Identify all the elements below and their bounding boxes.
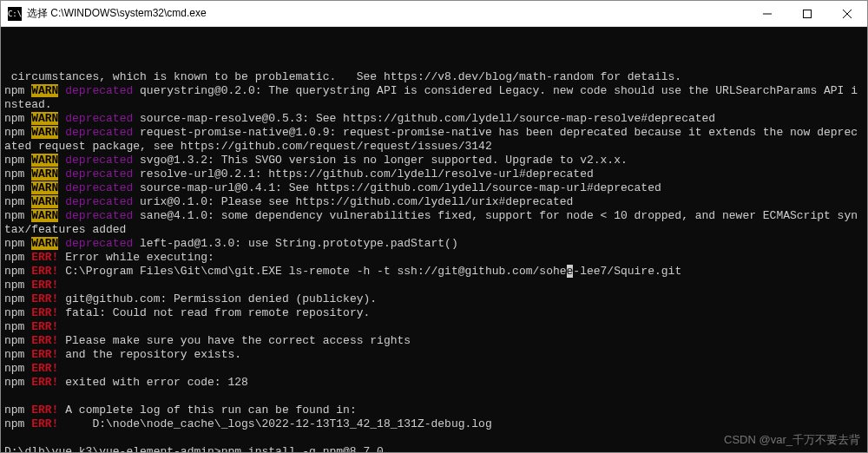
window-title: 选择 C:\WINDOWS\system32\cmd.exe: [27, 6, 207, 21]
text-span: npm: [4, 417, 31, 430]
deprecated-label: deprecated: [65, 181, 133, 194]
text-span: D:\dlb\vue_k3\vue-element-admin>npm inst…: [4, 445, 384, 452]
terminal-line: npm ERR!: [4, 320, 864, 334]
warn-badge: WARN: [31, 154, 58, 167]
minimize-button[interactable]: [747, 1, 787, 27]
cmd-window: C:\ 选择 C:\WINDOWS\system32\cmd.exe circu…: [0, 0, 868, 453]
close-button[interactable]: [827, 1, 867, 27]
terminal-line: npm WARN deprecated left-pad@1.3.0: use …: [4, 237, 864, 251]
deprecated-label: deprecated: [65, 126, 133, 139]
text-span: fatal: Could not read from remote reposi…: [58, 306, 370, 319]
warn-badge: WARN: [31, 209, 58, 222]
text-span: npm: [4, 209, 31, 222]
text-span: request-promise-native@1.0.9: request-pr…: [4, 126, 858, 153]
err-badge: ERR!: [31, 334, 58, 347]
terminal-line: npm WARN deprecated urix@0.1.0: Please s…: [4, 195, 864, 209]
text-span: [4, 390, 11, 403]
terminal-output[interactable]: circumstances, which is known to be prob…: [1, 27, 867, 452]
text-span: npm: [4, 112, 31, 125]
terminal-line: npm ERR! A complete log of this run can …: [4, 404, 864, 417]
text-span: npm: [4, 251, 31, 264]
text-span: npm: [4, 265, 31, 278]
terminal-line: npm WARN deprecated request-promise-nati…: [4, 126, 864, 154]
text-span: npm: [4, 334, 31, 347]
cmd-icon: C:\: [8, 7, 22, 21]
text-span: Please make sure you have the correct ac…: [58, 334, 411, 347]
minimize-icon: [763, 10, 772, 18]
close-icon: [843, 10, 852, 18]
text-span: C:\Program Files\Git\cmd\git.EXE ls-remo…: [58, 265, 566, 278]
text-span: npm: [4, 292, 31, 305]
text-span: npm: [4, 320, 31, 333]
warn-badge: WARN: [31, 181, 58, 194]
text-span: source-map-url@0.4.1: See https://github…: [133, 181, 661, 194]
terminal-line: npm ERR! fatal: Could not read from remo…: [4, 306, 864, 320]
err-badge: ERR!: [31, 306, 58, 319]
warn-badge: WARN: [31, 167, 58, 181]
text-span: sane@4.1.0: some dependency vulnerabilit…: [4, 209, 858, 236]
deprecated-label: deprecated: [65, 154, 133, 167]
deprecated-label: deprecated: [65, 237, 133, 250]
text-span: npm: [4, 181, 31, 194]
terminal-line: npm ERR! D:\node\node_cache\_logs\2022-1…: [4, 417, 864, 431]
terminal-line: npm ERR! git@github.com: Permission deni…: [4, 292, 864, 306]
text-span: git@github.com: Permission denied (publi…: [58, 292, 377, 305]
deprecated-label: deprecated: [65, 195, 133, 208]
text-span: -lee7/Squire.git: [573, 265, 681, 278]
err-badge: ERR!: [31, 279, 58, 292]
deprecated-label: deprecated: [65, 209, 133, 222]
terminal-line: npm ERR! C:\Program Files\Git\cmd\git.EX…: [4, 265, 864, 279]
err-badge: ERR!: [31, 348, 58, 361]
warn-badge: WARN: [31, 112, 58, 125]
text-span: npm: [4, 167, 31, 181]
err-badge: ERR!: [31, 417, 58, 430]
text-span: source-map-resolve@0.5.3: See https://gi…: [133, 112, 715, 125]
terminal-line: [4, 431, 864, 445]
terminal-line: npm WARN deprecated sane@4.1.0: some dep…: [4, 209, 864, 237]
warn-badge: WARN: [31, 126, 58, 139]
terminal-line: circumstances, which is known to be prob…: [4, 70, 864, 84]
text-span: D:\node\node_cache\_logs\2022-12-13T13_4…: [58, 417, 491, 430]
text-span: npm: [4, 237, 31, 250]
text-span: npm: [4, 195, 31, 208]
text-span: npm: [4, 84, 31, 97]
err-badge: ERR!: [31, 292, 58, 305]
text-span: urix@0.1.0: Please see https://github.co…: [133, 195, 573, 208]
terminal-line: npm ERR!: [4, 279, 864, 292]
err-badge: ERR!: [31, 265, 58, 278]
svg-rect-1: [804, 10, 812, 17]
err-badge: ERR!: [31, 376, 58, 389]
text-span: [4, 431, 11, 444]
text-span: and the repository exists.: [58, 348, 241, 361]
text-span: Error while executing:: [58, 251, 214, 264]
err-badge: ERR!: [31, 320, 58, 333]
err-badge: ERR!: [31, 404, 58, 417]
text-span: npm: [4, 306, 31, 319]
text-span: svgo@1.3.2: This SVGO version is no long…: [133, 154, 628, 167]
text-span: querystring@0.2.0: The querystring API i…: [4, 84, 858, 111]
terminal-line: npm WARN deprecated querystring@0.2.0: T…: [4, 84, 864, 112]
terminal-line: npm ERR!: [4, 362, 864, 376]
text-span: left-pad@1.3.0: use String.prototype.pad…: [133, 237, 457, 250]
err-badge: ERR!: [31, 362, 58, 375]
text-span: npm: [4, 376, 31, 389]
text-span: npm: [4, 404, 31, 417]
text-span: npm: [4, 348, 31, 361]
text-span: npm: [4, 126, 31, 139]
terminal-line: npm ERR! and the repository exists.: [4, 348, 864, 362]
maximize-button[interactable]: [787, 1, 827, 27]
text-span: npm: [4, 154, 31, 167]
terminal-line: npm ERR! exited with error code: 128: [4, 376, 864, 390]
titlebar[interactable]: C:\ 选择 C:\WINDOWS\system32\cmd.exe: [1, 1, 867, 27]
terminal-line: npm WARN deprecated resolve-url@0.2.1: h…: [4, 167, 864, 181]
text-span: circumstances, which is known to be prob…: [4, 70, 681, 83]
terminal-line: D:\dlb\vue_k3\vue-element-admin>npm inst…: [4, 445, 864, 452]
text-span: resolve-url@0.2.1: https://github.com/ly…: [133, 167, 594, 181]
maximize-icon: [803, 10, 812, 18]
warn-badge: WARN: [31, 195, 58, 208]
deprecated-label: deprecated: [65, 84, 133, 97]
terminal-line: npm WARN deprecated source-map-url@0.4.1…: [4, 181, 864, 195]
warn-badge: WARN: [31, 237, 58, 250]
terminal-line: npm WARN deprecated source-map-resolve@0…: [4, 112, 864, 126]
text-span: npm: [4, 279, 31, 292]
